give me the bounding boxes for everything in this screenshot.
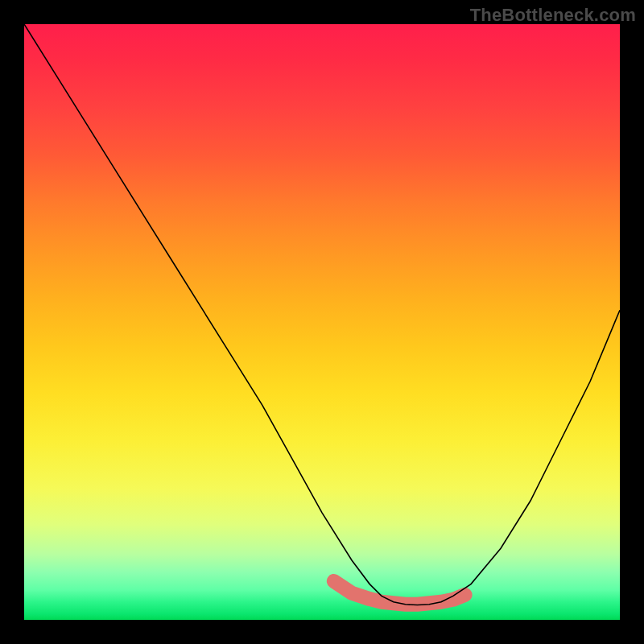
chart-svg [24,24,620,620]
plot-area [24,24,620,620]
chart-frame: TheBottleneck.com [0,0,644,644]
watermark-text: TheBottleneck.com [470,5,636,26]
highlight-band [334,581,465,605]
bottleneck-curve [24,24,620,605]
